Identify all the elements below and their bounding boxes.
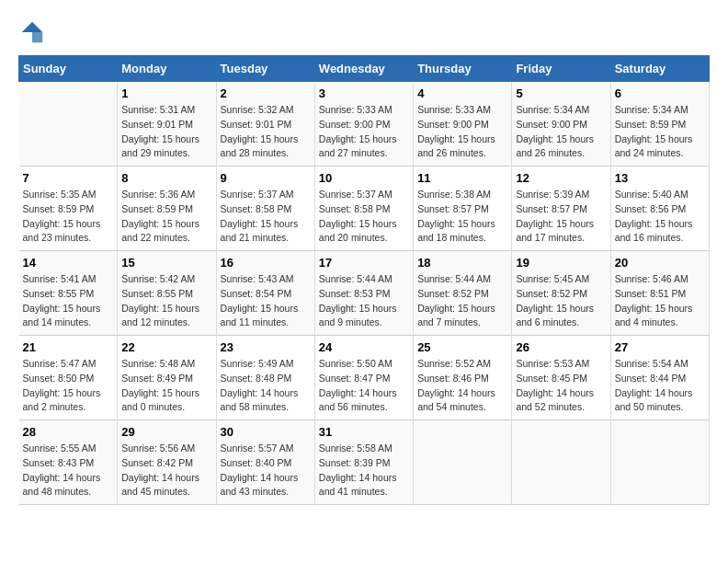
svg-marker-2 bbox=[32, 32, 42, 42]
calendar-cell: 26Sunrise: 5:53 AMSunset: 8:45 PMDayligh… bbox=[512, 336, 610, 420]
calendar-cell: 14Sunrise: 5:41 AMSunset: 8:55 PMDayligh… bbox=[19, 251, 118, 336]
day-number: 5 bbox=[516, 86, 606, 100]
calendar-cell: 18Sunrise: 5:44 AMSunset: 8:52 PMDayligh… bbox=[414, 251, 512, 336]
day-number: 19 bbox=[516, 256, 606, 270]
calendar-cell bbox=[19, 82, 118, 167]
calendar-cell: 6Sunrise: 5:34 AMSunset: 8:59 PMDaylight… bbox=[610, 82, 709, 167]
calendar-cell: 21Sunrise: 5:47 AMSunset: 8:50 PMDayligh… bbox=[19, 336, 118, 420]
day-info: Sunrise: 5:43 AMSunset: 8:54 PMDaylight:… bbox=[221, 272, 311, 330]
day-number: 28 bbox=[23, 425, 114, 439]
day-info: Sunrise: 5:36 AMSunset: 8:59 PMDaylight:… bbox=[121, 188, 211, 246]
week-row-2: 7Sunrise: 5:35 AMSunset: 8:59 PMDaylight… bbox=[19, 167, 710, 251]
day-number: 22 bbox=[121, 340, 211, 354]
day-number: 26 bbox=[516, 340, 606, 354]
calendar-cell: 5Sunrise: 5:34 AMSunset: 9:00 PMDaylight… bbox=[512, 82, 610, 167]
calendar-cell: 20Sunrise: 5:46 AMSunset: 8:51 PMDayligh… bbox=[610, 251, 709, 336]
day-number: 11 bbox=[417, 171, 507, 185]
day-info: Sunrise: 5:38 AMSunset: 8:57 PMDaylight:… bbox=[417, 188, 507, 246]
day-info: Sunrise: 5:37 AMSunset: 8:58 PMDaylight:… bbox=[221, 188, 311, 246]
calendar-cell: 19Sunrise: 5:45 AMSunset: 8:52 PMDayligh… bbox=[512, 251, 610, 336]
column-header-tuesday: Tuesday bbox=[216, 56, 314, 82]
day-number: 3 bbox=[319, 86, 409, 100]
week-row-4: 21Sunrise: 5:47 AMSunset: 8:50 PMDayligh… bbox=[19, 336, 710, 420]
day-number: 24 bbox=[319, 340, 409, 354]
column-header-friday: Friday bbox=[512, 56, 610, 82]
calendar-cell bbox=[512, 420, 610, 505]
day-info: Sunrise: 5:31 AMSunset: 9:01 PMDaylight:… bbox=[121, 103, 211, 161]
day-number: 16 bbox=[221, 256, 311, 270]
day-number: 27 bbox=[615, 340, 705, 354]
day-info: Sunrise: 5:39 AMSunset: 8:57 PMDaylight:… bbox=[516, 188, 606, 246]
day-info: Sunrise: 5:50 AMSunset: 8:47 PMDaylight:… bbox=[319, 357, 409, 415]
column-header-thursday: Thursday bbox=[414, 56, 512, 82]
day-number: 25 bbox=[417, 340, 507, 354]
day-number: 9 bbox=[221, 171, 311, 185]
calendar-cell bbox=[414, 420, 512, 505]
day-info: Sunrise: 5:34 AMSunset: 8:59 PMDaylight:… bbox=[615, 103, 705, 161]
calendar-cell: 22Sunrise: 5:48 AMSunset: 8:49 PMDayligh… bbox=[118, 336, 216, 420]
calendar-cell: 24Sunrise: 5:50 AMSunset: 8:47 PMDayligh… bbox=[314, 336, 413, 420]
calendar-table: SundayMondayTuesdayWednesdayThursdayFrid… bbox=[18, 55, 710, 505]
calendar-cell: 27Sunrise: 5:54 AMSunset: 8:44 PMDayligh… bbox=[610, 336, 709, 420]
calendar-cell: 9Sunrise: 5:37 AMSunset: 8:58 PMDaylight… bbox=[216, 167, 314, 251]
day-info: Sunrise: 5:44 AMSunset: 8:53 PMDaylight:… bbox=[319, 272, 409, 330]
calendar-cell: 29Sunrise: 5:56 AMSunset: 8:42 PMDayligh… bbox=[118, 420, 216, 505]
calendar-cell: 31Sunrise: 5:58 AMSunset: 8:39 PMDayligh… bbox=[314, 420, 413, 505]
day-number: 15 bbox=[121, 256, 211, 270]
calendar-cell: 4Sunrise: 5:33 AMSunset: 9:00 PMDaylight… bbox=[414, 82, 512, 167]
day-info: Sunrise: 5:48 AMSunset: 8:49 PMDaylight:… bbox=[121, 357, 211, 415]
header-row: SundayMondayTuesdayWednesdayThursdayFrid… bbox=[19, 56, 710, 82]
calendar-cell: 23Sunrise: 5:49 AMSunset: 8:48 PMDayligh… bbox=[216, 336, 314, 420]
calendar-cell: 1Sunrise: 5:31 AMSunset: 9:01 PMDaylight… bbox=[118, 82, 216, 167]
day-info: Sunrise: 5:55 AMSunset: 8:43 PMDaylight:… bbox=[23, 442, 114, 500]
calendar-cell: 3Sunrise: 5:33 AMSunset: 9:00 PMDaylight… bbox=[314, 82, 413, 167]
calendar-cell bbox=[610, 420, 709, 505]
column-header-sunday: Sunday bbox=[19, 56, 118, 82]
calendar-cell: 15Sunrise: 5:42 AMSunset: 8:55 PMDayligh… bbox=[118, 251, 216, 336]
day-info: Sunrise: 5:46 AMSunset: 8:51 PMDaylight:… bbox=[615, 272, 705, 330]
logo-icon bbox=[18, 18, 46, 46]
day-info: Sunrise: 5:49 AMSunset: 8:48 PMDaylight:… bbox=[221, 357, 311, 415]
day-number: 17 bbox=[319, 256, 409, 270]
day-number: 6 bbox=[615, 86, 705, 100]
day-info: Sunrise: 5:34 AMSunset: 9:00 PMDaylight:… bbox=[516, 103, 606, 161]
day-number: 30 bbox=[221, 425, 311, 439]
day-info: Sunrise: 5:45 AMSunset: 8:52 PMDaylight:… bbox=[516, 272, 606, 330]
calendar-cell: 2Sunrise: 5:32 AMSunset: 9:01 PMDaylight… bbox=[216, 82, 314, 167]
day-number: 10 bbox=[319, 171, 409, 185]
calendar-cell: 25Sunrise: 5:52 AMSunset: 8:46 PMDayligh… bbox=[414, 336, 512, 420]
day-number: 13 bbox=[615, 171, 705, 185]
day-info: Sunrise: 5:56 AMSunset: 8:42 PMDaylight:… bbox=[121, 442, 211, 500]
column-header-saturday: Saturday bbox=[610, 56, 709, 82]
day-info: Sunrise: 5:57 AMSunset: 8:40 PMDaylight:… bbox=[221, 442, 311, 500]
day-number: 21 bbox=[23, 340, 114, 354]
calendar-cell: 12Sunrise: 5:39 AMSunset: 8:57 PMDayligh… bbox=[512, 167, 610, 251]
day-number: 8 bbox=[121, 171, 211, 185]
week-row-3: 14Sunrise: 5:41 AMSunset: 8:55 PMDayligh… bbox=[19, 251, 710, 336]
calendar-cell: 7Sunrise: 5:35 AMSunset: 8:59 PMDaylight… bbox=[19, 167, 118, 251]
day-info: Sunrise: 5:47 AMSunset: 8:50 PMDaylight:… bbox=[23, 357, 114, 415]
day-info: Sunrise: 5:40 AMSunset: 8:56 PMDaylight:… bbox=[615, 188, 705, 246]
calendar-cell: 13Sunrise: 5:40 AMSunset: 8:56 PMDayligh… bbox=[610, 167, 709, 251]
day-number: 1 bbox=[121, 86, 211, 100]
column-header-wednesday: Wednesday bbox=[314, 56, 413, 82]
day-info: Sunrise: 5:44 AMSunset: 8:52 PMDaylight:… bbox=[417, 272, 507, 330]
week-row-1: 1Sunrise: 5:31 AMSunset: 9:01 PMDaylight… bbox=[19, 82, 710, 167]
header bbox=[18, 18, 710, 46]
day-info: Sunrise: 5:54 AMSunset: 8:44 PMDaylight:… bbox=[615, 357, 705, 415]
calendar-cell: 8Sunrise: 5:36 AMSunset: 8:59 PMDaylight… bbox=[118, 167, 216, 251]
calendar-cell: 17Sunrise: 5:44 AMSunset: 8:53 PMDayligh… bbox=[314, 251, 413, 336]
calendar-cell: 11Sunrise: 5:38 AMSunset: 8:57 PMDayligh… bbox=[414, 167, 512, 251]
week-row-5: 28Sunrise: 5:55 AMSunset: 8:43 PMDayligh… bbox=[19, 420, 710, 505]
calendar-cell: 30Sunrise: 5:57 AMSunset: 8:40 PMDayligh… bbox=[216, 420, 314, 505]
day-info: Sunrise: 5:52 AMSunset: 8:46 PMDaylight:… bbox=[417, 357, 507, 415]
day-number: 7 bbox=[23, 171, 114, 185]
day-number: 12 bbox=[516, 171, 606, 185]
calendar-cell: 16Sunrise: 5:43 AMSunset: 8:54 PMDayligh… bbox=[216, 251, 314, 336]
day-info: Sunrise: 5:42 AMSunset: 8:55 PMDaylight:… bbox=[121, 272, 211, 330]
day-number: 23 bbox=[221, 340, 311, 354]
day-info: Sunrise: 5:58 AMSunset: 8:39 PMDaylight:… bbox=[319, 442, 409, 500]
day-info: Sunrise: 5:33 AMSunset: 9:00 PMDaylight:… bbox=[319, 103, 409, 161]
day-number: 18 bbox=[417, 256, 507, 270]
day-number: 31 bbox=[319, 425, 409, 439]
